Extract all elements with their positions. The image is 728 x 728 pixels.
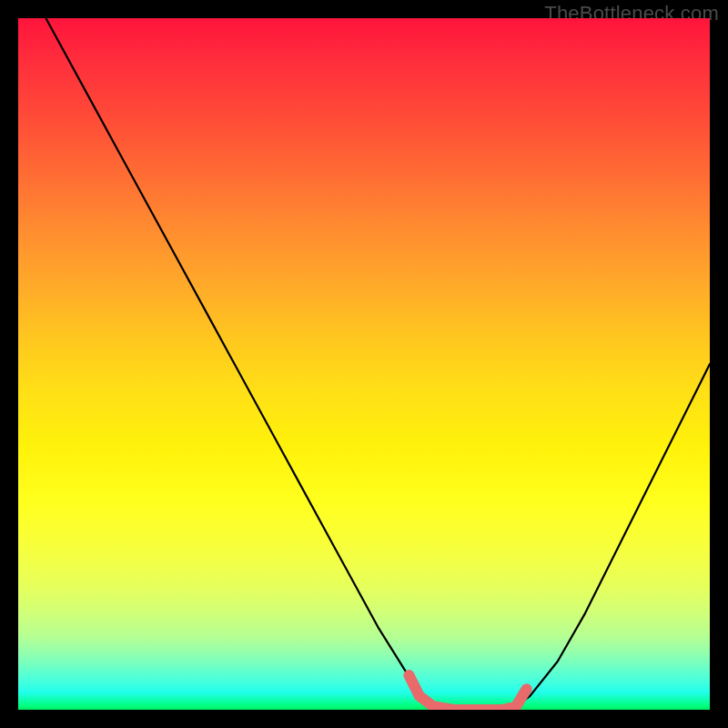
optimal-range-highlight <box>409 675 526 710</box>
chart-container: TheBottleneck.com <box>0 0 728 728</box>
plot-area <box>18 18 710 710</box>
bottleneck-curve <box>46 18 710 710</box>
chart-svg <box>18 18 710 710</box>
